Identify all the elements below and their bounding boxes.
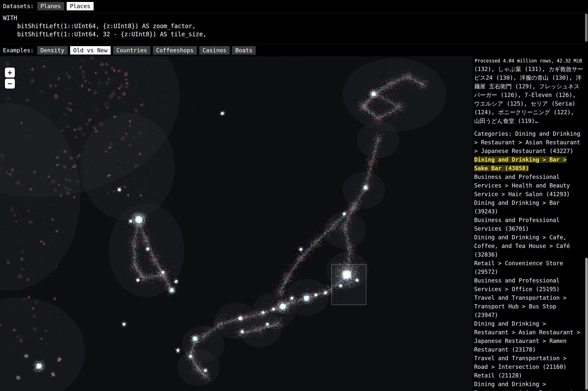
editor-scrollbar-thumb[interactable] <box>585 13 588 42</box>
category-item[interactable]: Retail > Convenience Store (29572) <box>474 259 583 276</box>
category-text: Travel and Transportation > Transport Hu… <box>474 294 567 318</box>
map[interactable]: + − <box>0 56 473 391</box>
zoom-out-button[interactable]: − <box>5 79 15 89</box>
category-text: Dining and Drinking > Bar (39243) <box>474 199 560 215</box>
status-line: Processed 4.04 million rows, 42.32 MiB <box>474 56 583 65</box>
category-text: Dining and Drinking > Bar > Sake Bar (43… <box>474 156 567 172</box>
category-item[interactable]: Business and Professional Services > Hea… <box>474 173 583 198</box>
dataset-button-places[interactable]: Places <box>67 2 94 10</box>
example-button-density[interactable]: Density <box>37 46 68 55</box>
category-text: Travel and Transportation > Road > Inter… <box>474 355 567 370</box>
map-canvas[interactable] <box>0 56 473 391</box>
example-button-countries[interactable]: Countries <box>113 46 150 55</box>
main-area: + − Processed 4.04 million rows, 42.32 M… <box>0 56 588 391</box>
examples-label: Examples: <box>3 47 34 54</box>
category-item[interactable]: Dining and Drinking > Restaurant > Asian… <box>474 319 583 354</box>
category-text: Business and Professional Services > Off… <box>474 277 560 292</box>
datasets-label: Datasets: <box>3 3 34 9</box>
category-item[interactable]: Dining and Drinking > Restaurant > Asian… <box>474 380 583 391</box>
category-item[interactable]: Dining and Drinking > Cafe, Coffee, and … <box>474 233 583 259</box>
examples-buttons: DensityOld vs NewCountriesCoffeeshopsCas… <box>37 46 256 55</box>
categories-label: Categories: <box>474 130 515 137</box>
dataset-button-planes[interactable]: Planes <box>37 2 64 10</box>
category-item[interactable]: Travel and Transportation > Road > Inter… <box>474 354 583 371</box>
category-text: Retail > Convenience Store (29572) <box>474 260 563 275</box>
example-button-boats[interactable]: Boats <box>232 46 256 55</box>
example-button-old-vs-new[interactable]: Old vs New <box>70 46 111 55</box>
category-text: Dining and Drinking > Restaurant > Asian… <box>474 320 580 353</box>
category-item[interactable]: Categories: Dining and Drinking > Restau… <box>474 129 583 155</box>
datasets-bar: Datasets: PlanesPlaces <box>0 0 588 12</box>
zoom-controls: + − <box>5 68 15 89</box>
category-text: Business and Professional Services (3670… <box>474 217 560 232</box>
category-text: Business and Professional Services > Hea… <box>474 174 570 197</box>
page-scrollbar[interactable] <box>585 56 588 391</box>
map-selection-rect[interactable] <box>331 264 366 305</box>
category-item[interactable]: Retail (21128) <box>474 371 583 380</box>
zoom-in-button[interactable]: + <box>5 68 15 78</box>
categories-list: Categories: Dining and Drinking > Restau… <box>474 129 583 391</box>
category-item[interactable]: Dining and Drinking > Bar > Sake Bar (43… <box>474 155 583 173</box>
sidebar: Processed 4.04 million rows, 42.32 MiB (… <box>473 56 585 391</box>
query-editor-wrap: WITH bitShiftLeft(1::UInt64, {z:UInt8}) … <box>0 12 588 44</box>
category-item[interactable]: Travel and Transportation > Transport Hu… <box>474 293 583 319</box>
datasets-buttons: PlanesPlaces <box>37 2 94 10</box>
example-button-casinos[interactable]: Casinos <box>199 46 230 55</box>
category-item[interactable]: Business and Professional Services (3670… <box>474 216 583 233</box>
category-item[interactable]: Business and Professional Services > Off… <box>474 276 583 293</box>
category-text: Dining and Drinking > Cafe, Coffee, and … <box>474 234 570 258</box>
page-scrollbar-thumb[interactable] <box>585 258 588 390</box>
examples-bar: Examples: DensityOld vs NewCountriesCoff… <box>0 44 588 56</box>
category-item[interactable]: Dining and Drinking > Bar (39243) <box>474 198 583 216</box>
category-text: Retail (21128) <box>474 372 522 379</box>
top-names-text: (132), しゃぶ葉 (131), カギ救急サービス24 (130), 洋服の… <box>474 65 583 125</box>
query-editor[interactable]: WITH bitShiftLeft(1::UInt64, {z:UInt8}) … <box>0 12 588 44</box>
category-text: Dining and Drinking > Restaurant > Asian… <box>474 381 580 391</box>
example-button-coffeeshops[interactable]: Coffeeshops <box>153 46 197 55</box>
